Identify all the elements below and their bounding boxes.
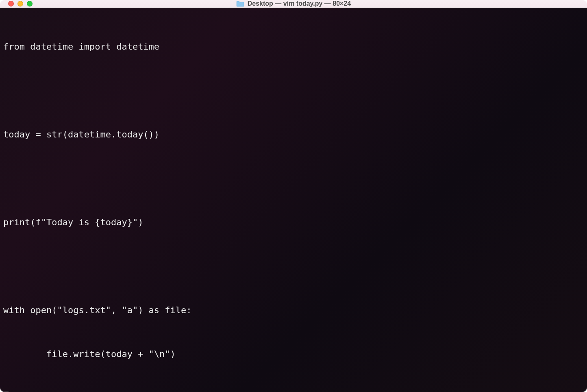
close-button[interactable] bbox=[8, 1, 14, 7]
code-line[interactable] bbox=[3, 83, 584, 98]
code-line[interactable] bbox=[3, 259, 584, 274]
traffic-lights bbox=[8, 1, 33, 7]
code-line[interactable]: with open("logs.txt", "a") as file: bbox=[3, 303, 584, 318]
window-title: Desktop — vim today.py — 80×24 bbox=[248, 0, 351, 7]
titlebar[interactable]: Desktop — vim today.py — 80×24 bbox=[0, 0, 587, 8]
code-line[interactable]: today = str(datetime.today()) bbox=[3, 127, 584, 142]
code-line[interactable] bbox=[3, 171, 584, 186]
code-line[interactable]: file.write(today + "\n") bbox=[3, 347, 584, 362]
minimize-button[interactable] bbox=[17, 1, 23, 7]
code-line[interactable]: print(f"Today is {today}") bbox=[3, 215, 584, 230]
terminal-window: Desktop — vim today.py — 80×24 from date… bbox=[0, 0, 587, 392]
maximize-button[interactable] bbox=[27, 1, 33, 7]
title-content: Desktop — vim today.py — 80×24 bbox=[8, 0, 579, 7]
code-area[interactable]: from datetime import datetime today = st… bbox=[3, 10, 584, 392]
folder-icon bbox=[236, 0, 244, 7]
terminal-content[interactable]: from datetime import datetime today = st… bbox=[0, 8, 587, 392]
code-line[interactable]: from datetime import datetime bbox=[3, 39, 584, 54]
